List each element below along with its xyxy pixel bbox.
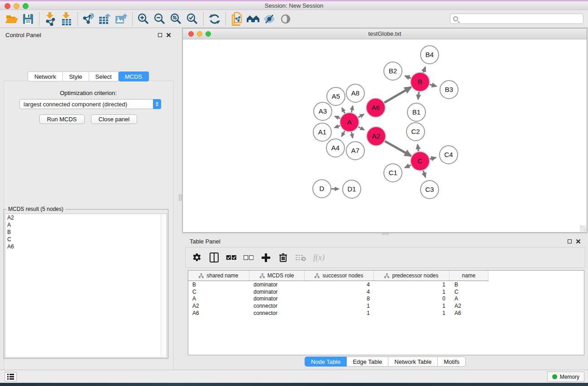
result-scrollbar[interactable] bbox=[161, 214, 167, 357]
table-row[interactable]: Bdominator41B bbox=[188, 281, 584, 288]
edge-B-B1[interactable] bbox=[418, 92, 419, 99]
minimize-window-icon[interactable] bbox=[14, 3, 19, 9]
table-row[interactable]: A2connector11A2 bbox=[188, 302, 584, 310]
select-all-icon[interactable] bbox=[226, 252, 236, 263]
zoom-fit-icon[interactable] bbox=[168, 11, 184, 27]
table-row[interactable]: Cdominator41C bbox=[188, 288, 584, 295]
vertical-splitter-handle[interactable] bbox=[179, 195, 182, 200]
column-header-shared-name[interactable]: shared name bbox=[188, 271, 249, 281]
table-row[interactable]: Adominator80A bbox=[188, 295, 584, 303]
import-network-icon[interactable] bbox=[42, 11, 58, 27]
delete-table-icon[interactable] bbox=[295, 252, 306, 263]
node-D[interactable]: D bbox=[313, 180, 331, 198]
node-A7[interactable]: A7 bbox=[346, 142, 364, 160]
result-item[interactable]: A bbox=[5, 221, 167, 229]
result-item[interactable]: C bbox=[5, 236, 167, 243]
edge-A-A3[interactable] bbox=[335, 116, 340, 119]
edge-A-A7[interactable] bbox=[351, 132, 353, 138]
result-item[interactable]: B bbox=[5, 229, 167, 236]
column-header-name[interactable]: name bbox=[449, 271, 488, 281]
network-canvas[interactable]: B4B2BB3A8A5A6A3B1AC2A1A2A4A7C4CC1DD1C3 bbox=[183, 39, 587, 232]
node-A3[interactable]: A3 bbox=[314, 102, 332, 120]
search-box[interactable] bbox=[450, 14, 583, 24]
tab-network-table[interactable]: Network Table bbox=[388, 357, 438, 367]
zoom-in-icon[interactable] bbox=[135, 11, 152, 27]
result-item[interactable]: A2 bbox=[5, 214, 167, 221]
edge-A-A5[interactable] bbox=[342, 108, 345, 114]
edge-B-B3[interactable] bbox=[430, 85, 436, 86]
node-table[interactable]: shared nameMCDS rolesuccessor nodesprede… bbox=[188, 270, 584, 355]
open-file-icon[interactable] bbox=[4, 11, 20, 27]
edge-A-A8[interactable] bbox=[351, 106, 353, 112]
edge-B-B4[interactable] bbox=[423, 67, 425, 72]
node-D1[interactable]: D1 bbox=[343, 180, 361, 198]
network-window-titlebar[interactable]: testGlobe.txt bbox=[183, 29, 587, 39]
network-close-icon[interactable] bbox=[188, 31, 194, 37]
function-builder-icon[interactable]: f(x) bbox=[313, 252, 325, 263]
node-A8[interactable]: A8 bbox=[346, 84, 364, 102]
zoom-selected-icon[interactable] bbox=[184, 11, 201, 27]
tab-select[interactable]: Select bbox=[89, 71, 119, 81]
tab-motifs[interactable]: Motifs bbox=[438, 357, 466, 367]
network-minimize-icon[interactable] bbox=[197, 31, 202, 37]
mcds-result-list[interactable]: A2ABCA6 bbox=[5, 214, 167, 357]
maximize-window-icon[interactable] bbox=[23, 3, 29, 9]
close-table-panel-icon[interactable] bbox=[576, 239, 581, 244]
save-session-icon[interactable] bbox=[20, 11, 36, 27]
edge-A2-C[interactable] bbox=[385, 141, 411, 156]
edge-C-C3[interactable] bbox=[423, 171, 425, 177]
node-A5[interactable]: A5 bbox=[327, 87, 345, 105]
node-C[interactable]: C bbox=[411, 152, 430, 171]
zoom-out-icon[interactable] bbox=[152, 11, 168, 27]
tab-mcds[interactable]: MCDS bbox=[119, 71, 149, 81]
delete-column-icon[interactable] bbox=[278, 252, 288, 263]
add-column-icon[interactable] bbox=[261, 252, 271, 263]
new-network-from-selection-icon[interactable] bbox=[229, 11, 245, 27]
table-row[interactable]: A6connector11A6 bbox=[188, 310, 584, 317]
edge-C-C2[interactable] bbox=[417, 145, 418, 152]
edge-A6-B[interactable] bbox=[384, 87, 411, 103]
tab-network[interactable]: Network bbox=[28, 71, 63, 81]
node-A4[interactable]: A4 bbox=[326, 139, 344, 157]
node-C2[interactable]: C2 bbox=[406, 123, 425, 141]
node-B2[interactable]: B2 bbox=[384, 62, 402, 80]
show-all-icon[interactable] bbox=[277, 11, 294, 27]
first-neighbors-icon[interactable] bbox=[245, 11, 261, 27]
column-header-predecessor-nodes[interactable]: predecessor nodes bbox=[374, 271, 449, 281]
export-image-icon[interactable] bbox=[113, 11, 129, 27]
node-A1[interactable]: A1 bbox=[313, 123, 331, 141]
column-header-successor-nodes[interactable]: successor nodes bbox=[305, 271, 374, 281]
memory-button[interactable]: Memory bbox=[547, 372, 584, 382]
search-input[interactable] bbox=[460, 16, 580, 22]
hide-selected-icon[interactable] bbox=[261, 11, 277, 27]
tab-edge-table[interactable]: Edge Table bbox=[347, 357, 388, 367]
close-panel-button[interactable]: Close panel bbox=[91, 114, 138, 124]
column-browser-icon[interactable] bbox=[209, 252, 219, 263]
edge-A-A4[interactable] bbox=[342, 131, 345, 136]
result-item[interactable]: A6 bbox=[5, 243, 167, 250]
tab-node-table[interactable]: Node Table bbox=[305, 357, 347, 367]
network-maximize-icon[interactable] bbox=[206, 31, 211, 37]
export-network-icon[interactable] bbox=[81, 11, 97, 27]
column-header-MCDS-role[interactable]: MCDS role bbox=[249, 271, 305, 281]
node-B1[interactable]: B1 bbox=[407, 103, 425, 121]
edge-A-A6[interactable] bbox=[358, 114, 363, 117]
unselect-all-icon[interactable] bbox=[244, 252, 253, 263]
float-panel-icon[interactable] bbox=[158, 33, 162, 37]
node-B3[interactable]: B3 bbox=[440, 81, 458, 99]
export-table-icon[interactable] bbox=[97, 11, 113, 27]
node-A2[interactable]: A2 bbox=[367, 127, 386, 146]
gear-icon[interactable] bbox=[192, 252, 202, 263]
refresh-icon[interactable] bbox=[206, 11, 223, 27]
node-B[interactable]: B bbox=[411, 72, 430, 91]
window-resize-grip[interactable] bbox=[580, 226, 586, 232]
node-C3[interactable]: C3 bbox=[421, 181, 439, 199]
close-window-icon[interactable] bbox=[5, 3, 10, 9]
float-table-panel-icon[interactable] bbox=[568, 239, 572, 243]
edge-A-A1[interactable] bbox=[335, 126, 340, 128]
tab-style[interactable]: Style bbox=[63, 71, 89, 81]
edge-A-A2[interactable] bbox=[358, 127, 364, 130]
node-B4[interactable]: B4 bbox=[421, 46, 439, 64]
node-C1[interactable]: C1 bbox=[384, 164, 402, 182]
task-history-button[interactable] bbox=[5, 372, 17, 381]
